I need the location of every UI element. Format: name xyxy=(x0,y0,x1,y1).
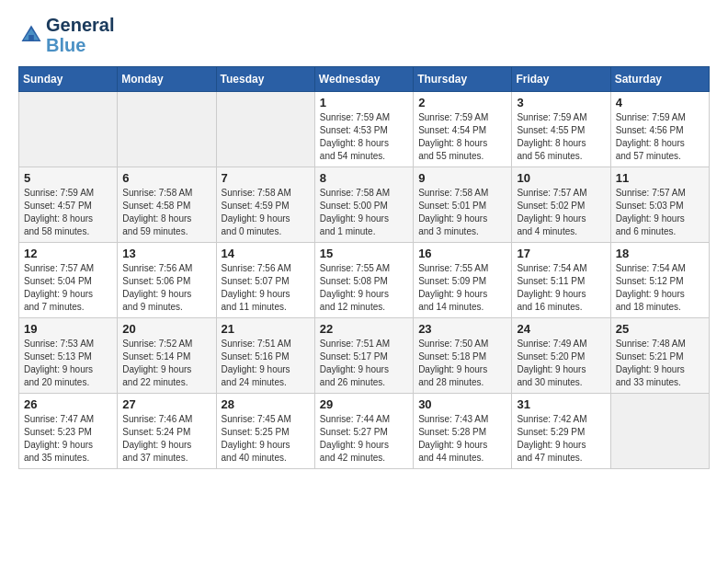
day-info: Sunrise: 7:56 AM Sunset: 5:07 PM Dayligh… xyxy=(222,262,310,314)
day-number: 23 xyxy=(418,322,506,336)
calendar-cell: 17Sunrise: 7:54 AM Sunset: 5:11 PM Dayli… xyxy=(512,243,610,318)
logo-icon xyxy=(18,22,44,48)
calendar-cell: 13Sunrise: 7:56 AM Sunset: 5:06 PM Dayli… xyxy=(118,243,216,318)
calendar-cell: 11Sunrise: 7:57 AM Sunset: 5:03 PM Dayli… xyxy=(610,167,709,243)
calendar-cell: 18Sunrise: 7:54 AM Sunset: 5:12 PM Dayli… xyxy=(610,243,709,318)
day-info: Sunrise: 7:42 AM Sunset: 5:29 PM Dayligh… xyxy=(517,413,605,465)
day-of-week-header: Thursday xyxy=(414,67,512,92)
calendar-cell xyxy=(118,92,216,167)
day-number: 11 xyxy=(616,171,704,185)
calendar-table: SundayMondayTuesdayWednesdayThursdayFrid… xyxy=(18,66,710,469)
day-info: Sunrise: 7:52 AM Sunset: 5:14 PM Dayligh… xyxy=(122,338,210,389)
calendar-cell: 2Sunrise: 7:59 AM Sunset: 4:54 PM Daylig… xyxy=(414,92,512,167)
calendar-cell: 7Sunrise: 7:58 AM Sunset: 4:59 PM Daylig… xyxy=(216,167,314,243)
day-of-week-header: Monday xyxy=(118,67,216,92)
calendar-cell: 1Sunrise: 7:59 AM Sunset: 4:53 PM Daylig… xyxy=(314,92,413,167)
day-number: 30 xyxy=(418,397,506,411)
calendar-cell: 15Sunrise: 7:55 AM Sunset: 5:08 PM Dayli… xyxy=(314,243,413,318)
calendar-cell: 12Sunrise: 7:57 AM Sunset: 5:04 PM Dayli… xyxy=(19,243,118,318)
day-info: Sunrise: 7:43 AM Sunset: 5:28 PM Dayligh… xyxy=(418,413,506,465)
day-number: 27 xyxy=(122,397,210,411)
day-info: Sunrise: 7:59 AM Sunset: 4:54 PM Dayligh… xyxy=(418,111,506,163)
calendar-week-row: 26Sunrise: 7:47 AM Sunset: 5:23 PM Dayli… xyxy=(19,394,710,469)
calendar-week-row: 12Sunrise: 7:57 AM Sunset: 5:04 PM Dayli… xyxy=(19,243,710,318)
day-info: Sunrise: 7:58 AM Sunset: 5:01 PM Dayligh… xyxy=(418,187,506,238)
day-of-week-header: Wednesday xyxy=(314,67,413,92)
calendar-cell: 14Sunrise: 7:56 AM Sunset: 5:07 PM Dayli… xyxy=(216,243,314,318)
calendar-week-row: 19Sunrise: 7:53 AM Sunset: 5:13 PM Dayli… xyxy=(19,318,710,394)
calendar-cell: 10Sunrise: 7:57 AM Sunset: 5:02 PM Dayli… xyxy=(512,167,610,243)
calendar-cell: 27Sunrise: 7:46 AM Sunset: 5:24 PM Dayli… xyxy=(118,394,216,469)
day-number: 29 xyxy=(320,397,408,411)
calendar-cell xyxy=(610,394,709,469)
day-number: 12 xyxy=(24,247,112,260)
day-info: Sunrise: 7:48 AM Sunset: 5:21 PM Dayligh… xyxy=(616,338,704,389)
day-number: 8 xyxy=(320,171,408,185)
day-number: 22 xyxy=(320,322,408,336)
day-info: Sunrise: 7:57 AM Sunset: 5:02 PM Dayligh… xyxy=(517,187,605,238)
calendar-cell: 29Sunrise: 7:44 AM Sunset: 5:27 PM Dayli… xyxy=(314,394,413,469)
day-info: Sunrise: 7:47 AM Sunset: 5:23 PM Dayligh… xyxy=(24,413,112,465)
day-number: 13 xyxy=(122,247,210,260)
calendar-cell: 26Sunrise: 7:47 AM Sunset: 5:23 PM Dayli… xyxy=(19,394,118,469)
day-info: Sunrise: 7:55 AM Sunset: 5:08 PM Dayligh… xyxy=(320,262,408,314)
day-number: 10 xyxy=(517,171,605,185)
day-info: Sunrise: 7:56 AM Sunset: 5:06 PM Dayligh… xyxy=(122,262,210,314)
calendar-cell: 5Sunrise: 7:59 AM Sunset: 4:57 PM Daylig… xyxy=(19,167,118,243)
day-number: 1 xyxy=(320,96,408,109)
day-number: 21 xyxy=(222,322,310,336)
day-number: 19 xyxy=(24,322,112,336)
day-number: 7 xyxy=(222,171,310,185)
day-info: Sunrise: 7:58 AM Sunset: 4:58 PM Dayligh… xyxy=(122,187,210,238)
calendar-cell: 6Sunrise: 7:58 AM Sunset: 4:58 PM Daylig… xyxy=(118,167,216,243)
day-number: 26 xyxy=(24,397,112,411)
day-info: Sunrise: 7:51 AM Sunset: 5:17 PM Dayligh… xyxy=(320,338,408,389)
day-number: 28 xyxy=(222,397,310,411)
calendar-cell: 9Sunrise: 7:58 AM Sunset: 5:01 PM Daylig… xyxy=(414,167,512,243)
logo-text: General Blue xyxy=(46,15,114,55)
header: General Blue xyxy=(18,15,710,55)
calendar-cell: 19Sunrise: 7:53 AM Sunset: 5:13 PM Dayli… xyxy=(19,318,118,394)
day-of-week-header: Tuesday xyxy=(216,67,314,92)
day-number: 15 xyxy=(320,247,408,260)
calendar-cell xyxy=(19,92,118,167)
calendar-cell: 16Sunrise: 7:55 AM Sunset: 5:09 PM Dayli… xyxy=(414,243,512,318)
day-number: 18 xyxy=(616,247,704,260)
day-info: Sunrise: 7:54 AM Sunset: 5:11 PM Dayligh… xyxy=(517,262,605,314)
day-info: Sunrise: 7:57 AM Sunset: 5:04 PM Dayligh… xyxy=(24,262,112,314)
day-number: 20 xyxy=(122,322,210,336)
day-number: 9 xyxy=(418,171,506,185)
day-info: Sunrise: 7:59 AM Sunset: 4:55 PM Dayligh… xyxy=(517,111,605,163)
day-number: 14 xyxy=(222,247,310,260)
day-info: Sunrise: 7:46 AM Sunset: 5:24 PM Dayligh… xyxy=(122,413,210,465)
day-number: 5 xyxy=(24,171,112,185)
day-info: Sunrise: 7:57 AM Sunset: 5:03 PM Dayligh… xyxy=(616,187,704,238)
day-number: 24 xyxy=(517,322,605,336)
day-number: 16 xyxy=(418,247,506,260)
svg-rect-2 xyxy=(28,35,34,41)
calendar-cell: 30Sunrise: 7:43 AM Sunset: 5:28 PM Dayli… xyxy=(414,394,512,469)
calendar-cell: 23Sunrise: 7:50 AM Sunset: 5:18 PM Dayli… xyxy=(414,318,512,394)
calendar-cell: 8Sunrise: 7:58 AM Sunset: 5:00 PM Daylig… xyxy=(314,167,413,243)
calendar-cell: 20Sunrise: 7:52 AM Sunset: 5:14 PM Dayli… xyxy=(118,318,216,394)
calendar-cell xyxy=(216,92,314,167)
day-info: Sunrise: 7:54 AM Sunset: 5:12 PM Dayligh… xyxy=(616,262,704,314)
calendar-week-row: 1Sunrise: 7:59 AM Sunset: 4:53 PM Daylig… xyxy=(19,92,710,167)
day-number: 4 xyxy=(616,96,704,109)
day-of-week-header: Saturday xyxy=(610,67,709,92)
day-of-week-header: Friday xyxy=(512,67,610,92)
calendar-cell: 22Sunrise: 7:51 AM Sunset: 5:17 PM Dayli… xyxy=(314,318,413,394)
day-number: 31 xyxy=(517,397,605,411)
calendar-cell: 31Sunrise: 7:42 AM Sunset: 5:29 PM Dayli… xyxy=(512,394,610,469)
day-info: Sunrise: 7:44 AM Sunset: 5:27 PM Dayligh… xyxy=(320,413,408,465)
logo: General Blue xyxy=(18,15,114,55)
calendar-cell: 3Sunrise: 7:59 AM Sunset: 4:55 PM Daylig… xyxy=(512,92,610,167)
day-info: Sunrise: 7:58 AM Sunset: 4:59 PM Dayligh… xyxy=(222,187,310,238)
calendar-cell: 28Sunrise: 7:45 AM Sunset: 5:25 PM Dayli… xyxy=(216,394,314,469)
day-number: 3 xyxy=(517,96,605,109)
calendar-cell: 24Sunrise: 7:49 AM Sunset: 5:20 PM Dayli… xyxy=(512,318,610,394)
day-number: 2 xyxy=(418,96,506,109)
day-info: Sunrise: 7:45 AM Sunset: 5:25 PM Dayligh… xyxy=(222,413,310,465)
day-info: Sunrise: 7:59 AM Sunset: 4:56 PM Dayligh… xyxy=(616,111,704,163)
day-info: Sunrise: 7:59 AM Sunset: 4:53 PM Dayligh… xyxy=(320,111,408,163)
